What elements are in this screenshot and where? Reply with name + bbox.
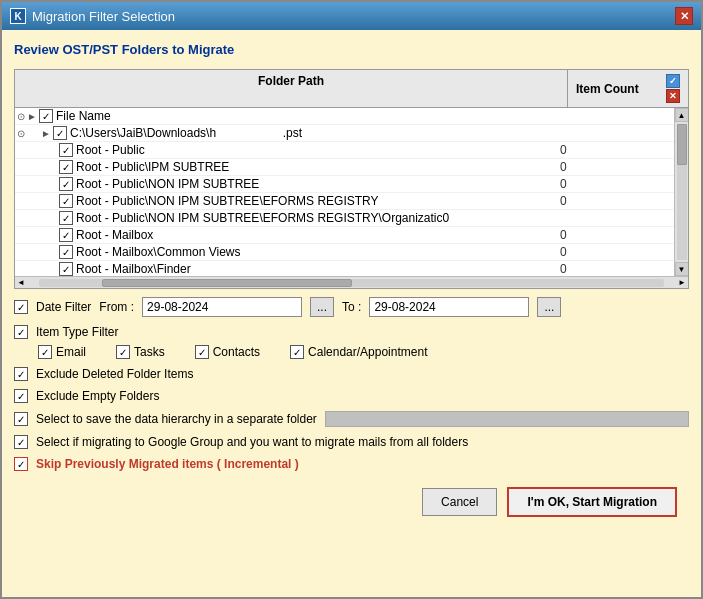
row-checkbox[interactable] xyxy=(59,160,73,174)
folder-path-header: Folder Path xyxy=(15,70,568,107)
table-row[interactable]: Root - Mailbox 0 xyxy=(15,227,674,244)
row-checkbox[interactable] xyxy=(53,126,67,140)
row-checkbox[interactable] xyxy=(59,211,73,225)
pin-icon: ⊙ xyxy=(17,128,25,139)
contacts-label: Contacts xyxy=(213,345,260,359)
scroll-down-button[interactable]: ▼ xyxy=(675,262,689,276)
scroll-up-button[interactable]: ▲ xyxy=(675,108,689,122)
expander-icon[interactable]: ► xyxy=(39,126,53,140)
scroll-right-button[interactable]: ► xyxy=(676,277,688,289)
table-row[interactable]: Root - Public\IPM SUBTREE 0 xyxy=(15,159,674,176)
expander-icon xyxy=(45,228,59,242)
exclude-empty-checkbox[interactable] xyxy=(14,389,28,403)
row-checkbox[interactable] xyxy=(59,177,73,191)
table-row[interactable]: Root - Public\NON IPM SUBTREE 0 xyxy=(15,176,674,193)
ok-start-migration-button[interactable]: I'm OK, Start Migration xyxy=(507,487,677,517)
folder-table: Folder Path Item Count ✓ ✕ ⊙ ► xyxy=(14,69,689,289)
row-label: Root - Public\NON IPM SUBTREE xyxy=(76,177,552,191)
table-row[interactable]: ⊙ ► C:\Users\JaiB\Downloads\h .pst xyxy=(15,125,674,142)
content-area: Review OST/PST Folders to Migrate Folder… xyxy=(2,30,701,597)
row-checkbox[interactable] xyxy=(59,245,73,259)
calendar-label: Calendar/Appointment xyxy=(308,345,427,359)
incremental-checkbox[interactable] xyxy=(14,457,28,471)
row-label: Root - Mailbox xyxy=(76,228,552,242)
email-checkbox[interactable] xyxy=(38,345,52,359)
cancel-button[interactable]: Cancel xyxy=(422,488,497,516)
footer: Cancel I'm OK, Start Migration xyxy=(14,479,689,525)
vertical-scrollbar[interactable]: ▲ ▼ xyxy=(674,108,688,276)
to-date-input[interactable] xyxy=(369,297,529,317)
row-count: 0 xyxy=(552,143,672,157)
row-label: Root - Public\NON IPM SUBTREE\EFORMS REG… xyxy=(76,211,552,225)
exclude-deleted-checkbox[interactable] xyxy=(14,367,28,381)
table-row[interactable]: Root - Public\NON IPM SUBTREE\EFORMS REG… xyxy=(15,210,674,227)
horizontal-scrollbar[interactable]: ◄ ► xyxy=(15,276,688,288)
app-icon: K xyxy=(10,8,26,24)
save-hierarchy-checkbox[interactable] xyxy=(14,412,28,426)
date-filter-checkbox[interactable] xyxy=(14,300,28,314)
from-date-input[interactable] xyxy=(142,297,302,317)
tasks-label: Tasks xyxy=(134,345,165,359)
tasks-checkbox[interactable] xyxy=(116,345,130,359)
expander-icon xyxy=(45,245,59,259)
expander-icon xyxy=(45,211,59,225)
exclude-deleted-label: Exclude Deleted Folder Items xyxy=(36,367,193,381)
item-type-checkboxes: Email Tasks Contacts Calendar/Appointmen… xyxy=(14,345,689,359)
row-label: Root - Mailbox\Common Views xyxy=(76,245,552,259)
item-type-checkbox[interactable] xyxy=(14,325,28,339)
row-checkbox[interactable] xyxy=(39,109,53,123)
date-filter-label: Date Filter xyxy=(36,300,91,314)
pin-icon: ⊙ xyxy=(17,111,25,122)
option-exclude-empty: Exclude Empty Folders xyxy=(14,389,689,403)
row-count: 0 xyxy=(552,177,672,191)
row-count: 0 xyxy=(552,194,672,208)
row-label: Root - Public\IPM SUBTREE xyxy=(76,160,552,174)
check-all-icon[interactable]: ✓ xyxy=(666,74,680,88)
scroll-thumb[interactable] xyxy=(677,124,687,165)
expander-icon xyxy=(45,177,59,191)
row-checkbox[interactable] xyxy=(59,228,73,242)
option-exclude-deleted: Exclude Deleted Folder Items xyxy=(14,367,689,381)
email-filter[interactable]: Email xyxy=(38,345,86,359)
date-filter-row: Date Filter From : ... To : ... xyxy=(14,297,689,317)
table-header: Folder Path Item Count ✓ ✕ xyxy=(15,70,688,108)
main-window: K Migration Filter Selection ✕ Review OS… xyxy=(0,0,703,599)
row-label: File Name xyxy=(56,109,552,123)
row-checkbox[interactable] xyxy=(59,194,73,208)
table-row[interactable]: Root - Mailbox\Common Views 0 xyxy=(15,244,674,261)
hierarchy-bar xyxy=(325,411,689,427)
contacts-checkbox[interactable] xyxy=(195,345,209,359)
title-bar: K Migration Filter Selection ✕ xyxy=(2,2,701,30)
contacts-filter[interactable]: Contacts xyxy=(195,345,260,359)
option-save-hierarchy: Select to save the data hierarchy in a s… xyxy=(14,411,689,427)
tasks-filter[interactable]: Tasks xyxy=(116,345,165,359)
table-row[interactable]: Root - Public\NON IPM SUBTREE\EFORMS REG… xyxy=(15,193,674,210)
scroll-track xyxy=(677,124,687,260)
close-button[interactable]: ✕ xyxy=(675,7,693,25)
section-title: Review OST/PST Folders to Migrate xyxy=(14,42,689,57)
expander-icon[interactable]: ► xyxy=(25,109,39,123)
from-date-button[interactable]: ... xyxy=(310,297,334,317)
table-row[interactable]: Root - Mailbox\Finder 0 xyxy=(15,261,674,276)
row-checkbox[interactable] xyxy=(59,262,73,276)
row-label: Root - Public\NON IPM SUBTREE\EFORMS REG… xyxy=(76,194,552,208)
item-type-label: Item Type Filter xyxy=(36,325,118,339)
google-group-checkbox[interactable] xyxy=(14,435,28,449)
row-label: C:\Users\JaiB\Downloads\h .pst xyxy=(70,126,552,140)
calendar-filter[interactable]: Calendar/Appointment xyxy=(290,345,427,359)
table-row[interactable]: Root - Public 0 xyxy=(15,142,674,159)
scroll-left-button[interactable]: ◄ xyxy=(15,277,27,289)
h-scroll-thumb[interactable] xyxy=(102,279,352,287)
window-title: Migration Filter Selection xyxy=(32,9,175,24)
email-label: Email xyxy=(56,345,86,359)
row-checkbox[interactable] xyxy=(59,143,73,157)
to-date-button[interactable]: ... xyxy=(537,297,561,317)
uncheck-all-icon[interactable]: ✕ xyxy=(666,89,680,103)
to-label: To : xyxy=(342,300,361,314)
table-row[interactable]: ⊙ ► File Name xyxy=(15,108,674,125)
google-group-label: Select if migrating to Google Group and … xyxy=(36,435,468,449)
row-count: 0 xyxy=(552,160,672,174)
calendar-checkbox[interactable] xyxy=(290,345,304,359)
option-incremental: Skip Previously Migrated items ( Increme… xyxy=(14,457,689,471)
item-type-header-row: Item Type Filter xyxy=(14,325,689,339)
